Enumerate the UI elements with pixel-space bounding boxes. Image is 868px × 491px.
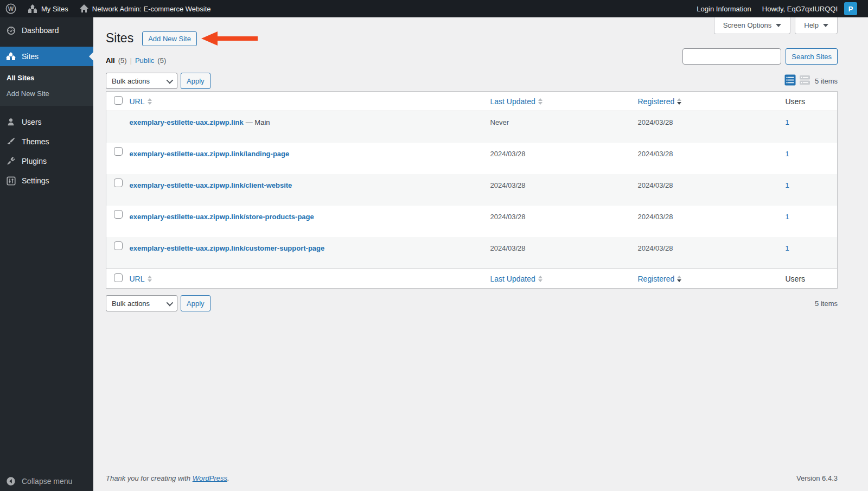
last-updated-column-header[interactable]: Last Updated xyxy=(490,97,542,106)
site-url-link[interactable]: exemplary-estilette-uax.zipwp.link/custo… xyxy=(130,244,325,252)
row-checkbox[interactable] xyxy=(114,241,123,250)
home-icon xyxy=(79,4,89,14)
admin-bar-right: Login Information Howdy, EqG7qxIURQQI P xyxy=(691,0,868,17)
sidebar-item-users[interactable]: Users xyxy=(0,112,93,132)
users-count-link[interactable]: 1 xyxy=(786,181,789,189)
last-updated-cell: Never xyxy=(490,111,638,143)
site-url-link[interactable]: exemplary-estilette-uax.zipwp.link/landi… xyxy=(130,150,290,158)
screen-options-tab[interactable]: Screen Options xyxy=(714,17,791,34)
sidebar-label-collapse-menu: Collapse menu xyxy=(22,477,72,486)
footer-thankyou: Thank you for creating with WordPress. xyxy=(106,474,229,482)
sort-indicator xyxy=(148,98,152,105)
filter-public-count: (5) xyxy=(157,56,166,65)
sites-table-footer: URL Last Updated Registered U xyxy=(106,269,838,289)
site-row: exemplary-estilette-uax.zipwp.link/clien… xyxy=(106,174,838,206)
site-row: exemplary-estilette-uax.zipwp.link— Main… xyxy=(106,111,838,143)
svg-text:W: W xyxy=(8,5,14,12)
filter-public-link[interactable]: Public xyxy=(135,56,154,65)
plugins-icon xyxy=(5,156,16,167)
chevron-down-icon xyxy=(167,299,174,306)
bulk-actions-top: Bulk actions Apply xyxy=(106,73,210,89)
sidebar-label-users: Users xyxy=(22,118,42,126)
sidebar-item-all-sites[interactable]: All Sites xyxy=(0,70,93,86)
sidebar-item-sites[interactable]: Sites xyxy=(0,47,93,66)
sidebar-item-plugins[interactable]: Plugins xyxy=(0,151,93,171)
filter-search-row: All (5) | Public (5) Search Sites xyxy=(106,48,838,65)
sidebar-label-themes: Themes xyxy=(22,137,49,146)
sites-table: URL Last Updated Registered U xyxy=(106,91,838,289)
help-tab[interactable]: Help xyxy=(795,17,838,34)
login-information-menu[interactable]: Login Information xyxy=(691,0,756,17)
row-checkbox[interactable] xyxy=(114,210,123,219)
themes-icon xyxy=(5,136,16,147)
annotation-arrow xyxy=(201,30,259,47)
add-new-site-button[interactable]: Add New Site xyxy=(142,31,197,46)
registered-column-header[interactable]: Registered xyxy=(638,275,682,283)
view-switcher xyxy=(784,74,810,87)
registered-column-header[interactable]: Registered xyxy=(638,97,682,106)
bulk-actions-select[interactable]: Bulk actions xyxy=(106,295,177,311)
row-checkbox[interactable] xyxy=(114,147,123,156)
bulk-actions-select[interactable]: Bulk actions xyxy=(106,73,177,89)
search-sites-input[interactable] xyxy=(682,48,781,65)
sidebar-item-collapse-menu[interactable]: Collapse menu xyxy=(0,471,93,491)
wordpress-logo-icon: W xyxy=(5,3,16,14)
registered-cell: 2024/03/28 xyxy=(638,237,786,269)
site-url-link[interactable]: exemplary-estilette-uax.zipwp.link/clien… xyxy=(130,181,292,189)
screen-options-label: Screen Options xyxy=(723,21,772,29)
row-checkbox[interactable] xyxy=(114,178,123,187)
search-box: Search Sites xyxy=(682,48,838,65)
sidebar-item-add-new-site[interactable]: Add New Site xyxy=(0,86,93,101)
users-count-link[interactable]: 1 xyxy=(786,244,789,252)
sites-table-header: URL Last Updated Registered U xyxy=(106,92,838,111)
select-all-checkbox[interactable] xyxy=(114,96,123,105)
site-row: exemplary-estilette-uax.zipwp.link/store… xyxy=(106,206,838,237)
users-column-header: Users xyxy=(786,269,838,289)
sidebar-item-dashboard[interactable]: Dashboard xyxy=(0,21,93,40)
last-updated-cell: 2024/03/28 xyxy=(490,174,638,206)
avatar: P xyxy=(844,2,857,15)
sort-indicator xyxy=(538,276,542,282)
url-column-header[interactable]: URL xyxy=(130,275,152,283)
apply-button[interactable]: Apply xyxy=(181,73,210,89)
my-sites-label: My Sites xyxy=(41,5,68,13)
my-sites-menu[interactable]: My Sites xyxy=(22,0,74,17)
screen-meta-links: Screen Options Help xyxy=(714,17,838,34)
site-url-link[interactable]: exemplary-estilette-uax.zipwp.link xyxy=(130,118,244,126)
wordpress-link[interactable]: WordPress xyxy=(193,474,227,482)
admin-sidebar: Dashboard Sites All Sites Add New Site U… xyxy=(0,17,93,491)
url-column-header[interactable]: URL xyxy=(130,97,152,106)
site-row: exemplary-estilette-uax.zipwp.link/landi… xyxy=(106,143,838,174)
site-url-link[interactable]: exemplary-estilette-uax.zipwp.link/store… xyxy=(130,213,314,221)
chevron-down-icon xyxy=(823,24,828,27)
select-all-checkbox[interactable] xyxy=(114,273,123,282)
main-content: Screen Options Help Sites Add New Site A… xyxy=(93,17,868,491)
sidebar-label-plugins: Plugins xyxy=(22,157,47,165)
sidebar-item-themes[interactable]: Themes xyxy=(0,132,93,151)
network-admin-title: Network Admin: E-commerce Website xyxy=(92,5,211,13)
users-count-link[interactable]: 1 xyxy=(786,213,789,221)
network-admin-menu[interactable]: Network Admin: E-commerce Website xyxy=(74,0,216,17)
account-menu[interactable]: Howdy, EqG7qxIURQQI P xyxy=(757,0,863,17)
wordpress-logo-menu[interactable]: W xyxy=(0,0,22,17)
search-sites-button[interactable]: Search Sites xyxy=(786,48,838,65)
bulk-actions-bottom: Bulk actions Apply xyxy=(106,295,210,311)
tablenav-bottom: Bulk actions Apply 5 items xyxy=(106,295,838,311)
last-updated-column-header[interactable]: Last Updated xyxy=(490,275,542,283)
users-count-link[interactable]: 1 xyxy=(786,150,789,158)
last-updated-cell: 2024/03/28 xyxy=(490,237,638,269)
users-column-header: Users xyxy=(786,92,838,111)
filter-all-link[interactable]: All xyxy=(106,56,115,65)
sidebar-label-dashboard: Dashboard xyxy=(22,26,59,35)
apply-button[interactable]: Apply xyxy=(181,295,210,311)
registered-cell: 2024/03/28 xyxy=(638,174,786,206)
users-count-link[interactable]: 1 xyxy=(786,118,789,126)
tablenav-top-right: 5 items xyxy=(784,74,838,87)
admin-bar-left: W My Sites Network Admin: E-commerce Web… xyxy=(0,0,216,17)
sidebar-item-settings[interactable]: Settings xyxy=(0,171,93,190)
collapse-menu-icon xyxy=(5,476,16,487)
bulk-actions-label: Bulk actions xyxy=(112,299,150,308)
excerpt-view-button[interactable] xyxy=(799,74,810,87)
list-view-button[interactable] xyxy=(784,74,796,87)
bulk-actions-label: Bulk actions xyxy=(112,77,150,85)
